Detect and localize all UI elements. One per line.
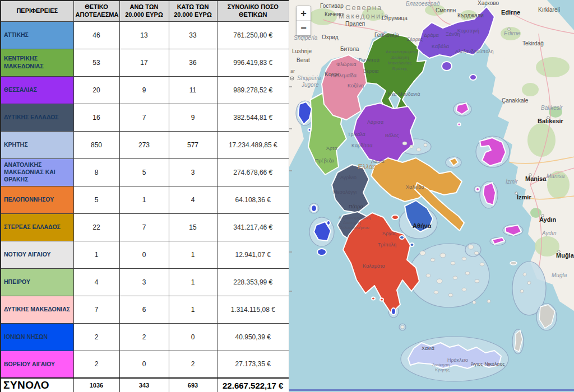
map-label: Χαλκίδα xyxy=(406,184,424,190)
table-row: ΘΕΣΣΑΛΙΑΣ20911989.278,52 € xyxy=(1,76,289,104)
svg-text:ar: ar xyxy=(290,68,295,74)
total-label: ΣΥΝΟΛΟ xyxy=(1,378,73,392)
zoom-out-button[interactable]: − xyxy=(297,21,311,35)
below-value-cell: 9 xyxy=(169,104,217,131)
table-row: ΔΥΤΙΚΗΣ ΕΛΛΑΔΟΣ1679382.544,81 € xyxy=(1,104,289,131)
header-regions: ΠΕΡΙΦΕΡΕΙΕΣ xyxy=(1,1,73,21)
map-label: Φλώρινα xyxy=(336,62,356,67)
island-kythira[interactable] xyxy=(391,308,396,315)
table-row: ΝΟΤΙΟΥ ΑΙΓΑΙΟΥ10112.941,07 € xyxy=(1,241,289,268)
map-label: Κοζάνη xyxy=(348,83,364,88)
map-label: Βέροια xyxy=(363,68,378,74)
table-row: ΔΥΤΙΚΗΣ ΜΑΚΕΔΟΝΙΑΣ7611.314.115,08 € xyxy=(1,296,289,323)
map-label: Tekirdağ xyxy=(522,40,544,46)
map-label: Lushnje xyxy=(292,48,312,54)
map-label: Θράκης xyxy=(392,66,408,71)
map-label: Διοίκηση xyxy=(391,55,409,60)
table-row: ΠΕΛΟΠΟΝΝΗΣΟΥ51464.108,36 € xyxy=(1,186,289,213)
islet-elafonisos[interactable] xyxy=(372,297,375,300)
map-label: Αγρίνιο xyxy=(340,175,357,180)
islet-corinthia[interactable] xyxy=(392,215,399,220)
above-value-cell: 273 xyxy=(119,131,169,158)
table-row: ΚΕΝΤΡΙΚΗΣ ΜΑΚΕΔΟΝΙΑΣ531736996.419,83 € xyxy=(1,49,289,76)
positive-value-cell: 22 xyxy=(73,213,119,241)
map-label: Άργος xyxy=(382,231,397,236)
below-value-cell: 33 xyxy=(169,21,217,49)
positive-value-cell: 2 xyxy=(73,323,119,351)
islet-south[interactable] xyxy=(380,298,383,301)
amount-cell: 40.950,39 € xyxy=(217,323,289,351)
zoom-in-button[interactable]: + xyxy=(297,6,311,21)
positive-value-cell: 7 xyxy=(73,296,119,323)
map-label: Πελοποννήσου xyxy=(339,225,369,230)
island-agios-efstratios[interactable] xyxy=(458,123,461,126)
island-aegina[interactable] xyxy=(410,243,414,246)
island-zakynthos[interactable] xyxy=(317,249,326,255)
map-label: Λάρισα xyxy=(367,119,383,125)
map-label: Διοίκηση xyxy=(432,362,450,367)
map-label: Ηράκλειο xyxy=(447,357,468,363)
map-label: Aydın xyxy=(541,230,557,236)
positive-value-cell: 16 xyxy=(73,104,119,131)
map-zoom-control: + − xyxy=(296,6,311,36)
map-label: Jugore xyxy=(301,82,319,88)
island-lefkada[interactable] xyxy=(311,205,317,212)
amount-cell: 1.314.115,08 € xyxy=(217,296,289,323)
header-above-20000: ΑΝΩ ΤΩΝ 20.000 ΕΥΡΩ xyxy=(119,1,169,21)
island-psara[interactable] xyxy=(476,188,479,191)
region-name-cell: ΔΥΤΙΚΗΣ ΕΛΛΑΔΟΣ xyxy=(1,104,73,131)
map-label: Αποκεντρωμένη xyxy=(386,49,418,54)
island-ithaca[interactable] xyxy=(327,221,330,225)
total-row: ΣΥΝΟΛΟ 1036 343 693 22.667.522,17 € xyxy=(1,378,289,392)
table-row: ΚΡΗΤΗΣ85027357717.234.489,85 € xyxy=(1,131,289,158)
island-kos xyxy=(510,262,517,265)
map-label: Кърджали xyxy=(457,12,484,18)
positive-value-cell: 1 xyxy=(73,241,119,268)
map-label: Πρέβεζα xyxy=(315,158,334,164)
map-label: Aydın xyxy=(539,216,556,223)
map-label: Καβάλα xyxy=(432,44,449,49)
above-value-cell: 17 xyxy=(119,49,169,76)
island-paxoi[interactable] xyxy=(308,129,311,132)
amount-cell: 341.217,46 € xyxy=(217,213,289,241)
total-positive: 1036 xyxy=(73,378,119,392)
table-header-row: ΠΕΡΙΦΕΡΕΙΕΣ ΘΕΤΙΚΟ ΑΠΟΤΕΛΕΣΜΑ ΑΝΩ ΤΩΝ 20… xyxy=(1,1,289,21)
total-amount: 22.667.522,17 € xyxy=(217,378,289,392)
below-value-cell: 577 xyxy=(169,131,217,158)
island-thasos[interactable] xyxy=(442,62,452,71)
map-label: Гостивар xyxy=(320,3,344,9)
regions-table-panel: ΠΕΡΙΦΕΡΕΙΕΣ ΘΕΤΙΚΟ ΑΠΟΤΕΛΕΣΜΑ ΑΝΩ ΤΩΝ 20… xyxy=(0,0,289,392)
regions-table: ΠΕΡΙΦΕΡΕΙΕΣ ΘΕΤΙΚΟ ΑΠΟΤΕΛΕΣΜΑ ΑΝΩ ΤΩΝ 20… xyxy=(0,0,290,392)
island-samothrace[interactable] xyxy=(470,74,476,80)
map-label: Καλαμάτα xyxy=(363,263,385,269)
map-label: Άρτα xyxy=(326,146,337,151)
header-positive-result: ΘΕΤΙΚΟ ΑΠΟΤΕΛΕΣΜΑ xyxy=(73,1,119,21)
above-value-cell: 0 xyxy=(119,241,169,268)
table-row: ΑΝΑΤΟΛΙΚΗΣ ΜΑΚΕΔΟΝΙΑΣ ΚΑΙ ΘΡΑΚΗΣ853274.6… xyxy=(1,158,289,186)
map-label: Καρδίτσα xyxy=(351,143,372,148)
map-label: Прилеп xyxy=(345,21,365,27)
map-label: Χανιά xyxy=(422,346,434,351)
region-name-cell: ΣΤΕΡΕΑΣ ΕΛΛΑΔΟΣ xyxy=(1,213,73,241)
map-label: Битола xyxy=(340,46,359,52)
map-label: Благоевград xyxy=(406,1,440,7)
region-name-cell: ΘΕΣΣΑΛΙΑΣ xyxy=(1,76,73,104)
amount-cell: 761.250,80 € xyxy=(217,21,289,49)
above-value-cell: 3 xyxy=(119,268,169,296)
map-label: Кичево xyxy=(325,11,343,17)
map-label: Muğla xyxy=(552,272,567,278)
map-label: Shqipëria xyxy=(297,75,321,81)
amount-cell: 996.419,83 € xyxy=(217,49,289,76)
greece-map-canvas[interactable]: ar СевернаМакедонијаГостиварКичевоПрилеп… xyxy=(289,0,574,392)
table-row: ΑΤΤΙΚΗΣ461333761.250,80 € xyxy=(1,21,289,49)
region-name-cell: ΚΡΗΤΗΣ xyxy=(1,131,73,158)
map-label: Muğla xyxy=(556,252,574,259)
island-antikythera xyxy=(401,325,404,329)
map-label: Τρίπολη xyxy=(378,242,396,248)
map-label: Νέα Μουδανιά xyxy=(388,91,420,97)
island-salamis[interactable] xyxy=(400,236,404,239)
map-panel[interactable]: ar СевернаМакедонијаГостиварКичевоПрилеп… xyxy=(289,0,574,392)
above-value-cell: 1 xyxy=(119,186,169,213)
map-label: Πτολεμαΐδα xyxy=(331,73,357,78)
map-label: Manisa xyxy=(525,175,547,182)
